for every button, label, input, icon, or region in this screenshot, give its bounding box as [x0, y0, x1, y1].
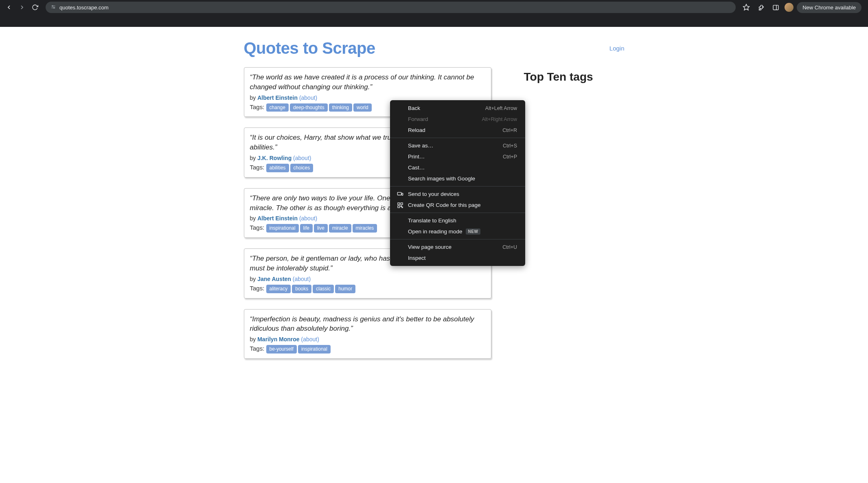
menu-divider	[390, 213, 525, 213]
page-header: Quotes to Scrape Login	[244, 35, 625, 67]
menu-divider	[390, 186, 525, 187]
about-link[interactable]: (about)	[293, 276, 311, 282]
menu-shortcut: Ctrl+U	[502, 244, 517, 250]
menu-item-label: View page source	[408, 244, 452, 250]
about-link[interactable]: (about)	[299, 215, 317, 222]
svg-rect-9	[398, 203, 400, 205]
menu-item-view-page-source[interactable]: View page sourceCtrl+U	[390, 242, 525, 252]
tag-link[interactable]: inspirational	[266, 224, 299, 233]
tag-link[interactable]: books	[292, 285, 311, 293]
menu-item-back[interactable]: BackAlt+Left Arrow	[390, 103, 525, 114]
menu-item-search-images-with-google[interactable]: Search images with Google	[390, 173, 525, 184]
menu-item-label: Open in reading mode	[408, 228, 462, 235]
profile-avatar[interactable]	[785, 3, 793, 12]
svg-rect-13	[402, 207, 403, 208]
tag-link[interactable]: classic	[313, 285, 334, 293]
quote-text: “Imperfection is beauty, madness is geni…	[250, 314, 485, 334]
menu-item-label: Cast…	[408, 165, 425, 171]
svg-rect-11	[398, 206, 400, 208]
tags-line: Tags: aliteracybooksclassichumor	[250, 285, 485, 293]
menu-item-send-to-your-devices[interactable]: Send to your devices	[390, 189, 525, 200]
menu-item-reload[interactable]: ReloadCtrl+R	[390, 125, 525, 136]
menu-item-inspect[interactable]: Inspect	[390, 252, 525, 263]
quote-box: “Imperfection is beauty, madness is geni…	[244, 309, 491, 359]
svg-rect-5	[773, 5, 778, 9]
browser-blank-area	[0, 15, 868, 27]
by-label: by	[250, 94, 258, 101]
url-text: quotes.toscrape.com	[59, 4, 109, 11]
menu-item-open-in-reading-mode[interactable]: Open in reading modeNEW	[390, 226, 525, 237]
browser-toolbar: quotes.toscrape.com New Chrome available	[0, 0, 868, 15]
author-link[interactable]: Albert Einstein	[257, 94, 298, 101]
menu-shortcut: Ctrl+P	[503, 154, 517, 160]
tag-link[interactable]: life	[300, 224, 313, 233]
quote-text: “The world as we have created it is a pr…	[250, 72, 485, 92]
forward-button[interactable]	[16, 2, 28, 13]
svg-rect-7	[397, 192, 401, 195]
menu-item-label: Inspect	[408, 255, 426, 261]
menu-item-label: Send to your devices	[408, 191, 459, 197]
menu-shortcut: Alt+Left Arrow	[485, 105, 517, 111]
tags-label: Tags:	[250, 345, 266, 352]
about-link[interactable]: (about)	[293, 155, 311, 161]
tag-link[interactable]: be-yourself	[266, 345, 297, 353]
devices-icon	[397, 191, 404, 198]
page-content: Quotes to Scrape Login “The world as we …	[0, 27, 868, 483]
author-link[interactable]: Albert Einstein	[257, 215, 298, 222]
tag-link[interactable]: abilities	[266, 164, 289, 172]
svg-point-3	[54, 7, 55, 8]
menu-item-cast[interactable]: Cast…	[390, 162, 525, 173]
author-link[interactable]: Marilyn Monroe	[257, 336, 299, 342]
svg-point-2	[52, 5, 53, 6]
by-label: by	[250, 155, 258, 161]
tag-link[interactable]: live	[314, 224, 328, 233]
tag-link[interactable]: miracles	[353, 224, 377, 233]
menu-shortcut: Ctrl+S	[503, 143, 517, 149]
site-settings-icon[interactable]	[50, 4, 56, 11]
menu-item-print[interactable]: Print…Ctrl+P	[390, 151, 525, 162]
tag-link[interactable]: humor	[335, 285, 355, 293]
tag-link[interactable]: deep-thoughts	[290, 103, 328, 112]
login-link[interactable]: Login	[609, 45, 625, 52]
tag-link[interactable]: miracle	[329, 224, 351, 233]
back-button[interactable]	[3, 2, 15, 13]
author-link[interactable]: J.K. Rowling	[257, 155, 292, 161]
menu-item-label: Print…	[408, 154, 425, 160]
address-bar[interactable]: quotes.toscrape.com	[46, 2, 736, 13]
by-label: by	[250, 215, 258, 222]
about-link[interactable]: (about)	[301, 336, 319, 342]
chrome-update-notice[interactable]: New Chrome available	[797, 2, 861, 13]
tag-link[interactable]: choices	[290, 164, 313, 172]
menu-item-label: Forward	[408, 116, 428, 122]
menu-item-forward: ForwardAlt+Right Arrow	[390, 114, 525, 125]
menu-item-label: Save as…	[408, 143, 433, 149]
tag-link[interactable]: world	[353, 103, 372, 112]
menu-shortcut: Alt+Right Arrow	[482, 116, 517, 122]
tag-link[interactable]: thinking	[329, 103, 352, 112]
menu-divider	[390, 239, 525, 239]
menu-divider	[390, 138, 525, 138]
svg-rect-10	[401, 203, 403, 205]
menu-item-translate-to-english[interactable]: Translate to English	[390, 215, 525, 226]
tag-link[interactable]: change	[266, 103, 289, 112]
menu-item-create-qr-code-for-this-page[interactable]: Create QR Code for this page	[390, 200, 525, 211]
menu-item-label: Reload	[408, 127, 425, 133]
svg-rect-12	[401, 206, 401, 206]
menu-item-save-as[interactable]: Save as…Ctrl+S	[390, 140, 525, 151]
tags-label: Tags:	[250, 224, 266, 231]
sidebar-title: Top Ten tags	[524, 70, 614, 83]
extensions-icon[interactable]	[755, 2, 767, 13]
menu-item-label: Create QR Code for this page	[408, 202, 481, 208]
author-link[interactable]: Jane Austen	[257, 276, 291, 282]
site-title[interactable]: Quotes to Scrape	[244, 39, 375, 57]
menu-shortcut: Ctrl+R	[502, 127, 517, 133]
side-panel-icon[interactable]	[770, 2, 781, 13]
reload-button[interactable]	[29, 2, 41, 13]
tag-link[interactable]: inspirational	[298, 345, 331, 353]
tags-line: Tags: be-yourselfinspirational	[250, 345, 485, 353]
about-link[interactable]: (about)	[299, 94, 317, 101]
qr-icon	[397, 202, 404, 209]
bookmark-icon[interactable]	[741, 2, 752, 13]
svg-marker-4	[743, 4, 750, 10]
tag-link[interactable]: aliteracy	[266, 285, 291, 293]
